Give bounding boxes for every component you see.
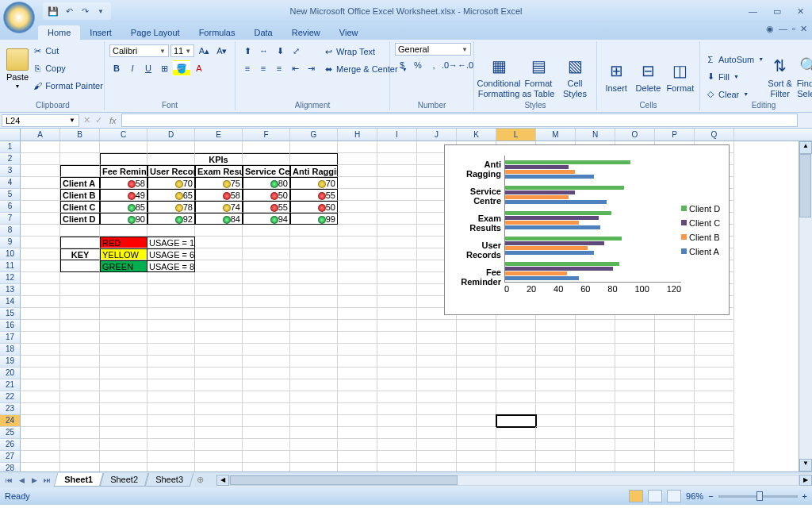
cell[interactable] [377, 415, 417, 427]
align-left-button[interactable]: ≡ [240, 60, 255, 76]
cell[interactable] [377, 153, 417, 165]
cell[interactable] [536, 439, 576, 451]
cell[interactable] [290, 439, 338, 451]
cell[interactable] [147, 284, 195, 296]
cell[interactable] [100, 368, 147, 379]
office-button[interactable] [3, 2, 35, 33]
cell[interactable] [60, 332, 100, 344]
cell[interactable] [338, 296, 377, 308]
row-header-23[interactable]: 23 [0, 403, 21, 415]
tab-review[interactable]: Review [282, 25, 330, 40]
cancel-formula-icon[interactable]: ✕ [81, 115, 93, 125]
shrink-font-button[interactable]: A▾ [214, 43, 230, 59]
cell[interactable] [655, 439, 695, 451]
cell[interactable] [100, 332, 147, 344]
cell[interactable]: 92 [147, 213, 195, 225]
cell[interactable] [377, 213, 417, 225]
cut-button[interactable]: ✂Cut [32, 43, 103, 59]
cell[interactable] [243, 368, 290, 379]
cell[interactable]: Client D [60, 213, 100, 225]
cell[interactable] [100, 308, 147, 320]
cell[interactable] [60, 356, 100, 368]
cell[interactable] [417, 332, 457, 344]
cell[interactable] [695, 368, 734, 379]
cell[interactable] [576, 451, 615, 463]
cell[interactable] [338, 427, 377, 439]
cell[interactable] [536, 415, 576, 427]
worksheet-grid[interactable]: ABCDEFGHIJKLMNOPQ 12KPIs3Fee ReminderUse… [0, 129, 812, 471]
format-painter-button[interactable]: 🖌Format Painter [32, 78, 103, 94]
cell[interactable] [576, 403, 615, 415]
cell[interactable] [576, 427, 615, 439]
cell[interactable] [147, 344, 195, 356]
cell[interactable] [147, 427, 195, 439]
cell[interactable] [377, 141, 417, 153]
sheet-nav-first[interactable]: ⏮ [3, 476, 14, 484]
cell[interactable] [457, 320, 496, 332]
vscroll-thumb[interactable] [799, 154, 811, 217]
align-bottom-button[interactable]: ⬇ [273, 43, 287, 59]
row-header-17[interactable]: 17 [0, 332, 21, 344]
cell[interactable] [60, 272, 100, 284]
col-header-E[interactable]: E [195, 129, 243, 140]
cell[interactable] [536, 368, 576, 379]
cell[interactable] [496, 403, 536, 415]
cell[interactable] [243, 272, 290, 284]
tab-insert[interactable]: Insert [80, 25, 121, 40]
cell[interactable] [536, 356, 576, 368]
cell[interactable] [195, 308, 243, 320]
fill-color-button[interactable]: 🪣 [173, 60, 190, 76]
row-header-8[interactable]: 8 [0, 225, 21, 237]
cell[interactable] [60, 165, 100, 177]
row-header-15[interactable]: 15 [0, 308, 21, 320]
cell[interactable] [100, 284, 147, 296]
cell[interactable] [100, 379, 147, 391]
cell[interactable] [290, 248, 338, 260]
cell[interactable] [21, 332, 60, 344]
cell[interactable] [21, 368, 60, 379]
cell[interactable] [338, 237, 377, 248]
decrease-indent-button[interactable]: ⇤ [288, 60, 302, 76]
cell[interactable] [195, 320, 243, 332]
cell[interactable] [496, 451, 536, 463]
cell[interactable] [243, 225, 290, 237]
cell[interactable]: 75 [195, 177, 243, 189]
cell[interactable]: YELLOW [100, 248, 147, 260]
scroll-up-button[interactable]: ▲ [799, 141, 812, 154]
zoom-in-button[interactable]: + [802, 491, 807, 501]
qat-customize-icon[interactable]: ▼ [94, 4, 108, 18]
cell[interactable] [243, 237, 290, 248]
cell[interactable] [496, 356, 536, 368]
cell[interactable] [243, 308, 290, 320]
cell[interactable] [615, 403, 655, 415]
cell[interactable] [536, 391, 576, 403]
cell[interactable] [290, 260, 338, 272]
cell[interactable]: 70 [147, 177, 195, 189]
cell[interactable] [290, 237, 338, 248]
col-header-K[interactable]: K [457, 129, 496, 140]
cell[interactable] [147, 272, 195, 284]
maximize-button[interactable]: ▭ [768, 5, 786, 18]
doc-close-icon[interactable]: ✕ [800, 24, 807, 34]
cell[interactable] [615, 451, 655, 463]
cell[interactable] [100, 296, 147, 308]
cell[interactable] [290, 320, 338, 332]
row-header-21[interactable]: 21 [0, 379, 21, 391]
cell[interactable] [60, 427, 100, 439]
cell[interactable] [21, 403, 60, 415]
font-size-combo[interactable]: 11▼ [170, 44, 194, 57]
row-header-25[interactable]: 25 [0, 427, 21, 439]
cell[interactable] [695, 463, 734, 471]
cell[interactable] [338, 260, 377, 272]
cell[interactable] [536, 344, 576, 356]
cell[interactable] [243, 379, 290, 391]
cell[interactable] [536, 379, 576, 391]
cell[interactable] [417, 427, 457, 439]
cell[interactable] [457, 391, 496, 403]
col-header-D[interactable]: D [147, 129, 195, 140]
select-all-corner[interactable] [0, 129, 21, 140]
tab-view[interactable]: View [330, 25, 368, 40]
cell[interactable] [290, 415, 338, 427]
cell[interactable] [147, 296, 195, 308]
cell[interactable] [21, 177, 60, 189]
